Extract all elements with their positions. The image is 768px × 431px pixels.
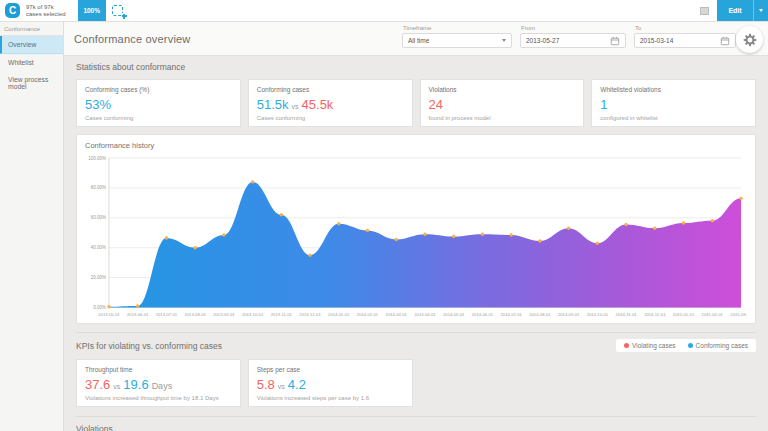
legend-dot-icon (688, 343, 693, 348)
to-date-control: To 2015-03-14 (634, 25, 736, 48)
add-selection-button[interactable] (106, 0, 130, 21)
svg-text:2013-10-01: 2013-10-01 (242, 312, 264, 317)
timeframe-value: All time (408, 37, 429, 44)
data-point-marker[interactable] (308, 253, 311, 256)
legend-item: Conforming cases (688, 342, 748, 349)
svg-text:2013-07-01: 2013-07-01 (156, 312, 178, 317)
stat-card-label: Violations (429, 86, 576, 93)
kpi-card-value: 37.6vs19.6Days (85, 377, 232, 392)
stat-card-label: Conforming cases (257, 86, 404, 93)
stat-card-value: 24 (429, 97, 576, 112)
data-point-marker[interactable] (711, 219, 714, 222)
svg-text:2014-04-01: 2014-04-01 (414, 312, 436, 317)
stat-card-label: Whitelisted violations (600, 86, 747, 93)
data-point-marker[interactable] (624, 223, 627, 226)
from-date-value: 2013-05-27 (526, 37, 559, 44)
chart-legend: Violating casesConforming cases (616, 339, 756, 352)
stat-card-value-part: 45.5k (302, 97, 334, 112)
to-date-input[interactable]: 2015-03-14 (634, 33, 736, 48)
data-point-marker[interactable] (165, 236, 168, 239)
calendar-icon (610, 36, 620, 46)
svg-text:2014-08-01: 2014-08-01 (529, 312, 551, 317)
kpi-card-value-part: 5.8 (257, 377, 275, 392)
data-point-marker[interactable] (337, 222, 340, 225)
data-point-marker[interactable] (395, 238, 398, 241)
data-point-marker[interactable] (481, 233, 484, 236)
sidebar-item-view-process-model[interactable]: View process model (0, 71, 63, 95)
svg-text:80.00%: 80.00% (91, 185, 106, 190)
kpi-card: Throughput time37.6vs19.6DaysViolations … (76, 359, 241, 407)
conformance-history-chart: 0.00%20.00%40.00%60.00%80.00%100.00%2013… (85, 152, 747, 321)
statistics-section-title: Statistics about conformance (76, 62, 756, 72)
data-point-marker[interactable] (222, 233, 225, 236)
data-point-marker[interactable] (653, 227, 656, 230)
violations-section-title: Violations (76, 424, 756, 431)
chevron-down-icon (502, 39, 506, 42)
stat-card-value-part: 24 (429, 97, 443, 112)
data-point-marker[interactable] (251, 180, 254, 183)
data-point-marker[interactable] (567, 227, 570, 230)
from-date-input[interactable]: 2013-05-27 (520, 33, 626, 48)
data-point-marker[interactable] (538, 239, 541, 242)
kpi-card-subtitle: Violations increased steps per case by 1… (257, 395, 404, 401)
kpi-card-value-part: vs (278, 383, 285, 390)
kpi-cards: Throughput time37.6vs19.6DaysViolations … (76, 359, 756, 407)
data-point-marker[interactable] (509, 233, 512, 236)
plus-icon (121, 13, 127, 19)
gear-icon (743, 33, 757, 47)
svg-text:60.00%: 60.00% (91, 215, 106, 220)
kpi-card-value-part: 19.6 (123, 377, 148, 392)
data-point-marker[interactable] (280, 213, 283, 216)
conformance-history-card: Conformance history 0.00%20.00%40.00%60.… (76, 134, 756, 324)
svg-text:20.00%: 20.00% (91, 275, 106, 280)
stat-card: Whitelisted violations1configured in whi… (591, 79, 756, 127)
kpi-card-value: 5.8vs4.2 (257, 377, 404, 392)
stat-card: Conforming cases (%)53%Cases conforming (76, 79, 241, 127)
sub-header: Conformance overview Timeframe All time … (64, 22, 768, 56)
svg-text:2014-12-01: 2014-12-01 (644, 312, 666, 317)
stat-card-subtitle: configured in whitelist (600, 115, 747, 121)
calendar-icon (720, 36, 730, 46)
kpi-card-value-part: Days (152, 381, 173, 391)
data-point-marker[interactable] (452, 235, 455, 238)
kpi-card-value-part: vs (113, 383, 120, 390)
data-point-marker[interactable] (596, 242, 599, 245)
legend-label: Violating cases (632, 342, 676, 349)
timeframe-select[interactable]: All time (402, 33, 512, 48)
legend-item: Violating cases (624, 342, 676, 349)
kpi-card-label: Steps per case (257, 366, 404, 373)
data-point-marker[interactable] (136, 304, 139, 307)
data-point-marker[interactable] (107, 305, 110, 308)
legend-label: Conforming cases (696, 342, 748, 349)
svg-text:2015-03-01: 2015-03-01 (730, 312, 747, 317)
settings-button[interactable] (736, 26, 763, 53)
svg-text:2014-09-01: 2014-09-01 (558, 312, 580, 317)
data-point-marker[interactable] (739, 197, 742, 200)
data-point-marker[interactable] (193, 246, 196, 249)
svg-text:2013-05-01: 2013-05-01 (98, 312, 120, 317)
sidebar-item-overview[interactable]: Overview (0, 36, 63, 54)
stat-card-value-part: vs (292, 103, 299, 110)
stat-card-value-part: 1 (600, 97, 607, 112)
conformance-app: C 97k of 97k cases selected 100% Edit Co… (0, 0, 768, 431)
edit-button[interactable]: Edit (717, 0, 754, 21)
stat-card-subtitle: Cases conforming (85, 115, 232, 121)
kpi-section: KPIs for violating vs. conforming cases … (76, 332, 756, 407)
data-point-marker[interactable] (423, 233, 426, 236)
app-logo[interactable]: C (5, 3, 20, 18)
edit-dropdown-button[interactable] (754, 0, 768, 21)
svg-text:2014-11-01: 2014-11-01 (616, 312, 638, 317)
apps-menu-button[interactable] (691, 0, 717, 21)
sidebar-item-whitelist[interactable]: Whitelist (0, 54, 63, 71)
svg-text:2014-07-01: 2014-07-01 (500, 312, 522, 317)
data-point-marker[interactable] (682, 221, 685, 224)
zoom-level-button[interactable]: 100% (78, 0, 106, 21)
data-point-marker[interactable] (366, 229, 369, 232)
statistics-section: Statistics about conformance Conforming … (76, 62, 756, 127)
stat-card-value: 51.5kvs45.5k (257, 97, 404, 112)
area-chart-svg: 0.00%20.00%40.00%60.00%80.00%100.00%2013… (85, 152, 747, 321)
kpi-section-title: KPIs for violating vs. conforming cases (76, 341, 222, 351)
statistics-cards: Conforming cases (%)53%Cases conformingC… (76, 79, 756, 127)
kpi-card-label: Throughput time (85, 366, 232, 373)
from-label: From (521, 25, 626, 31)
